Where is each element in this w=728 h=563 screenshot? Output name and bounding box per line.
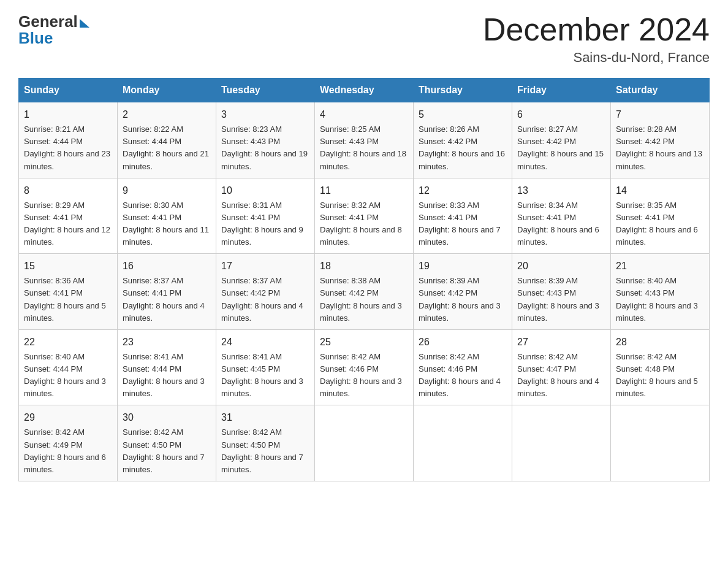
day-number: 10 [221, 183, 309, 198]
month-title: December 2024 [483, 12, 710, 47]
day-info: Sunrise: 8:42 AMSunset: 4:47 PMDaylight:… [517, 352, 599, 398]
day-info: Sunrise: 8:41 AMSunset: 4:45 PMDaylight:… [221, 352, 303, 398]
day-number: 1 [24, 107, 112, 122]
day-info: Sunrise: 8:29 AMSunset: 4:41 PMDaylight:… [24, 201, 110, 247]
day-info: Sunrise: 8:33 AMSunset: 4:41 PMDaylight:… [419, 201, 501, 247]
calendar-week-row: 1Sunrise: 8:21 AMSunset: 4:44 PMDaylight… [19, 102, 710, 178]
day-info: Sunrise: 8:26 AMSunset: 4:42 PMDaylight:… [419, 124, 505, 170]
day-info: Sunrise: 8:37 AMSunset: 4:42 PMDaylight:… [221, 276, 303, 322]
day-number: 7 [616, 107, 704, 122]
title-area: December 2024 Sains-du-Nord, France [483, 12, 710, 66]
calendar-cell: 18Sunrise: 8:38 AMSunset: 4:42 PMDayligh… [315, 254, 414, 330]
calendar-cell: 2Sunrise: 8:22 AMSunset: 4:44 PMDaylight… [118, 102, 216, 178]
calendar-cell: 5Sunrise: 8:26 AMSunset: 4:42 PMDaylight… [414, 102, 512, 178]
day-info: Sunrise: 8:30 AMSunset: 4:41 PMDaylight:… [123, 201, 209, 247]
calendar-cell: 24Sunrise: 8:41 AMSunset: 4:45 PMDayligh… [216, 329, 315, 405]
day-number: 29 [24, 410, 112, 425]
calendar-cell: 4Sunrise: 8:25 AMSunset: 4:43 PMDaylight… [315, 102, 414, 178]
calendar-header-thursday: Thursday [414, 79, 512, 102]
calendar-cell: 1Sunrise: 8:21 AMSunset: 4:44 PMDaylight… [19, 102, 118, 178]
day-number: 8 [24, 183, 112, 198]
calendar-header-sunday: Sunday [19, 79, 118, 102]
day-number: 22 [24, 335, 112, 350]
calendar-cell: 14Sunrise: 8:35 AMSunset: 4:41 PMDayligh… [611, 178, 710, 254]
logo-blue-text: Blue [18, 29, 53, 48]
day-info: Sunrise: 8:41 AMSunset: 4:44 PMDaylight:… [123, 352, 205, 398]
calendar-header-monday: Monday [118, 79, 216, 102]
day-info: Sunrise: 8:38 AMSunset: 4:42 PMDaylight:… [320, 276, 402, 322]
calendar-cell: 9Sunrise: 8:30 AMSunset: 4:41 PMDaylight… [118, 178, 216, 254]
calendar-cell: 6Sunrise: 8:27 AMSunset: 4:42 PMDaylight… [512, 102, 611, 178]
logo: General Blue [18, 12, 89, 48]
day-info: Sunrise: 8:42 AMSunset: 4:50 PMDaylight:… [123, 427, 205, 473]
day-number: 31 [221, 410, 309, 425]
day-info: Sunrise: 8:37 AMSunset: 4:41 PMDaylight:… [123, 276, 205, 322]
calendar-cell: 8Sunrise: 8:29 AMSunset: 4:41 PMDaylight… [19, 178, 118, 254]
day-number: 13 [517, 183, 605, 198]
calendar-cell: 28Sunrise: 8:42 AMSunset: 4:48 PMDayligh… [611, 329, 710, 405]
day-info: Sunrise: 8:42 AMSunset: 4:46 PMDaylight:… [320, 352, 402, 398]
day-number: 14 [616, 183, 704, 198]
location-text: Sains-du-Nord, France [483, 50, 710, 66]
day-number: 30 [123, 410, 211, 425]
day-info: Sunrise: 8:39 AMSunset: 4:43 PMDaylight:… [517, 276, 599, 322]
day-number: 11 [320, 183, 408, 198]
day-number: 18 [320, 259, 408, 274]
calendar-cell: 13Sunrise: 8:34 AMSunset: 4:41 PMDayligh… [512, 178, 611, 254]
day-info: Sunrise: 8:42 AMSunset: 4:48 PMDaylight:… [616, 352, 698, 398]
calendar-cell: 15Sunrise: 8:36 AMSunset: 4:41 PMDayligh… [19, 254, 118, 330]
calendar-cell: 20Sunrise: 8:39 AMSunset: 4:43 PMDayligh… [512, 254, 611, 330]
day-info: Sunrise: 8:31 AMSunset: 4:41 PMDaylight:… [221, 201, 303, 247]
day-info: Sunrise: 8:35 AMSunset: 4:41 PMDaylight:… [616, 201, 698, 247]
day-number: 23 [123, 335, 211, 350]
day-number: 19 [419, 259, 507, 274]
day-number: 12 [419, 183, 507, 198]
calendar-cell [315, 405, 414, 481]
day-number: 9 [123, 183, 211, 198]
day-number: 6 [517, 107, 605, 122]
calendar-cell: 21Sunrise: 8:40 AMSunset: 4:43 PMDayligh… [611, 254, 710, 330]
day-number: 17 [221, 259, 309, 274]
calendar-cell: 16Sunrise: 8:37 AMSunset: 4:41 PMDayligh… [118, 254, 216, 330]
calendar-cell: 12Sunrise: 8:33 AMSunset: 4:41 PMDayligh… [414, 178, 512, 254]
day-number: 25 [320, 335, 408, 350]
calendar-cell: 19Sunrise: 8:39 AMSunset: 4:42 PMDayligh… [414, 254, 512, 330]
day-number: 24 [221, 335, 309, 350]
calendar-cell: 25Sunrise: 8:42 AMSunset: 4:46 PMDayligh… [315, 329, 414, 405]
day-number: 3 [221, 107, 309, 122]
day-info: Sunrise: 8:22 AMSunset: 4:44 PMDaylight:… [123, 124, 209, 170]
calendar-cell: 7Sunrise: 8:28 AMSunset: 4:42 PMDaylight… [611, 102, 710, 178]
calendar-cell: 29Sunrise: 8:42 AMSunset: 4:49 PMDayligh… [19, 405, 118, 481]
calendar-week-row: 29Sunrise: 8:42 AMSunset: 4:49 PMDayligh… [19, 405, 710, 481]
day-number: 15 [24, 259, 112, 274]
calendar-table: SundayMondayTuesdayWednesdayThursdayFrid… [18, 78, 710, 481]
calendar-cell: 17Sunrise: 8:37 AMSunset: 4:42 PMDayligh… [216, 254, 315, 330]
day-info: Sunrise: 8:36 AMSunset: 4:41 PMDaylight:… [24, 276, 106, 322]
day-info: Sunrise: 8:42 AMSunset: 4:50 PMDaylight:… [221, 427, 303, 473]
day-info: Sunrise: 8:34 AMSunset: 4:41 PMDaylight:… [517, 201, 599, 247]
day-info: Sunrise: 8:23 AMSunset: 4:43 PMDaylight:… [221, 124, 308, 170]
calendar-cell: 10Sunrise: 8:31 AMSunset: 4:41 PMDayligh… [216, 178, 315, 254]
calendar-cell: 3Sunrise: 8:23 AMSunset: 4:43 PMDaylight… [216, 102, 315, 178]
day-info: Sunrise: 8:40 AMSunset: 4:44 PMDaylight:… [24, 352, 106, 398]
calendar-header-friday: Friday [512, 79, 611, 102]
calendar-cell: 11Sunrise: 8:32 AMSunset: 4:41 PMDayligh… [315, 178, 414, 254]
day-number: 28 [616, 335, 704, 350]
day-info: Sunrise: 8:42 AMSunset: 4:49 PMDaylight:… [24, 427, 106, 473]
day-number: 2 [123, 107, 211, 122]
day-info: Sunrise: 8:40 AMSunset: 4:43 PMDaylight:… [616, 276, 698, 322]
day-info: Sunrise: 8:28 AMSunset: 4:42 PMDaylight:… [616, 124, 702, 170]
day-number: 5 [419, 107, 507, 122]
calendar-week-row: 8Sunrise: 8:29 AMSunset: 4:41 PMDaylight… [19, 178, 710, 254]
calendar-cell: 22Sunrise: 8:40 AMSunset: 4:44 PMDayligh… [19, 329, 118, 405]
day-info: Sunrise: 8:25 AMSunset: 4:43 PMDaylight:… [320, 124, 406, 170]
day-number: 27 [517, 335, 605, 350]
calendar-cell: 26Sunrise: 8:42 AMSunset: 4:46 PMDayligh… [414, 329, 512, 405]
calendar-week-row: 15Sunrise: 8:36 AMSunset: 4:41 PMDayligh… [19, 254, 710, 330]
calendar-header-saturday: Saturday [611, 79, 710, 102]
day-number: 4 [320, 107, 408, 122]
calendar-cell [414, 405, 512, 481]
logo-arrow-icon [80, 19, 89, 28]
day-number: 21 [616, 259, 704, 274]
day-info: Sunrise: 8:27 AMSunset: 4:42 PMDaylight:… [517, 124, 604, 170]
